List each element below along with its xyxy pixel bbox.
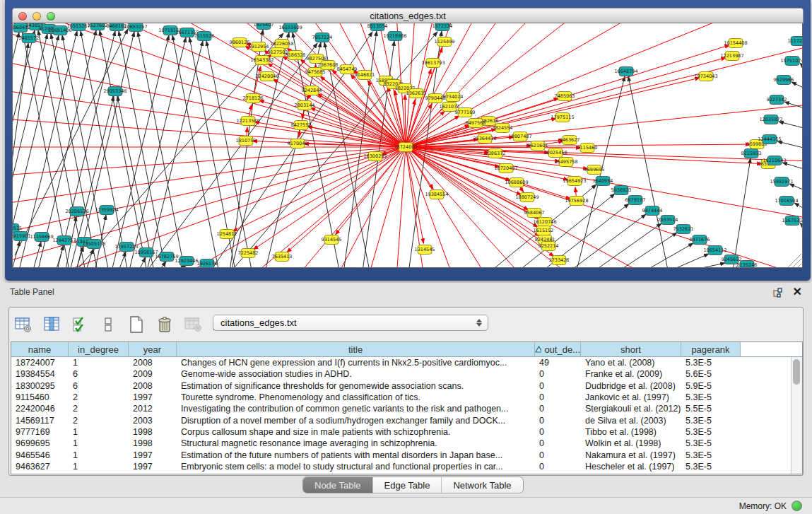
network-node[interactable]: 12213589 <box>236 117 259 126</box>
network-node[interactable]: 9115460 <box>577 144 598 153</box>
memory-status-icon[interactable] <box>792 501 802 511</box>
network-node[interactable]: 15751074 <box>780 57 803 66</box>
network-node[interactable]: 25364436 <box>473 134 496 144</box>
network-node[interactable]: 4170046 <box>288 139 308 148</box>
network-node[interactable]: 9314545 <box>322 235 342 245</box>
new-column-icon[interactable] <box>126 315 146 334</box>
network-node[interactable]: 12213987 <box>720 52 743 61</box>
network-node[interactable]: 18807249 <box>515 193 539 202</box>
network-node[interactable]: 1254812 <box>217 230 237 239</box>
column-header-in_degree[interactable]: in_degree <box>69 342 129 357</box>
network-node[interactable]: 1527602 <box>88 23 108 30</box>
network-node[interactable]: 9860126 <box>230 38 250 47</box>
network-node[interactable]: 12035872 <box>759 115 782 124</box>
network-node[interactable]: 19218986 <box>383 32 406 41</box>
network-canvas[interactable]: 1872400798601265912954182260589127503165… <box>12 23 803 268</box>
network-node[interactable]: 17359924 <box>95 206 118 215</box>
network-node[interactable]: 7225482 <box>238 249 259 258</box>
network-node[interactable]: 19734043 <box>694 72 717 81</box>
network-node[interactable]: 10807487 <box>508 132 531 141</box>
table-scrollbar[interactable] <box>791 357 802 474</box>
table-row[interactable]: 1456911722003Disruption of a novel membe… <box>11 414 802 426</box>
network-node[interactable]: 12923446 <box>175 257 198 266</box>
table-scrollbar-thumb[interactable] <box>793 359 800 385</box>
table-selector-dropdown[interactable]: citations_edges.txt <box>213 315 488 331</box>
column-header-title[interactable]: title <box>177 342 535 357</box>
network-node[interactable]: 10654112 <box>703 246 726 255</box>
network-node[interactable]: 5912954 <box>249 42 269 52</box>
network-node[interactable]: 1926176 <box>197 259 218 269</box>
network-node[interactable]: 5938923 <box>611 186 632 195</box>
network-node[interactable]: 15992971 <box>770 177 793 187</box>
network-node[interactable]: 8135246 <box>737 261 758 269</box>
network-node[interactable]: 8186328 <box>286 51 306 60</box>
network-node[interactable]: 16648794 <box>614 67 637 76</box>
network-node[interactable]: 1117254 <box>788 37 803 46</box>
network-node[interactable]: 9463627 <box>560 136 580 145</box>
network-node[interactable]: 20206576 <box>65 207 88 216</box>
network-node[interactable]: 7532621 <box>673 225 694 234</box>
network-node[interactable]: 9474444 <box>642 206 663 216</box>
network-node[interactable]: 11156869 <box>30 233 53 242</box>
network-node[interactable]: 9475685 <box>305 68 326 77</box>
column-header-short[interactable]: short <box>581 342 681 357</box>
delete-column-icon[interactable] <box>155 315 175 334</box>
network-node[interactable]: 9734024 <box>443 93 464 102</box>
network-node[interactable]: 19654923 <box>563 177 586 186</box>
close-panel-icon[interactable]: ✕ <box>793 285 802 298</box>
network-node[interactable]: 8471676 <box>690 235 710 245</box>
table-row[interactable]: 946554611997Estimation of the future num… <box>11 449 802 460</box>
network-node[interactable]: 16543382 <box>250 56 273 65</box>
network-node[interactable]: 18226058 <box>270 40 293 49</box>
network-node[interactable]: 1125499 <box>435 37 455 47</box>
network-node[interactable]: 9242844 <box>302 86 322 95</box>
network-node[interactable]: 2933514 <box>658 216 678 225</box>
network-node[interactable]: 19384554 <box>425 190 448 199</box>
network-node[interactable]: 13505135 <box>82 240 105 249</box>
network-node[interactable]: 7857224 <box>312 33 333 42</box>
table-mode-icon[interactable] <box>13 315 33 334</box>
network-node[interactable]: 3824554 <box>493 124 513 133</box>
network-node[interactable]: 17016504 <box>775 197 798 206</box>
network-node[interactable]: 6497568 <box>466 119 486 128</box>
network-node[interactable]: 7515526 <box>194 32 215 41</box>
delete-table-icon[interactable] <box>183 315 203 334</box>
network-node[interactable]: 10025458 <box>543 148 567 158</box>
tab-edge-table[interactable]: Edge Table <box>373 477 442 493</box>
network-node[interactable]: 18720407 <box>494 164 517 173</box>
network-node[interactable]: 16033809 <box>278 23 302 33</box>
network-node[interactable]: 9227342 <box>767 95 787 105</box>
network-node[interactable]: 1640954 <box>593 177 613 186</box>
table-row[interactable]: 911546021997Tourette syndrome. Phenomeno… <box>11 392 802 403</box>
network-node[interactable]: 9777169 <box>455 108 476 117</box>
network-node[interactable]: 18300295 <box>363 152 387 161</box>
network-node[interactable]: 19613793 <box>421 59 445 68</box>
network-window-titlebar[interactable]: citations_edges.txt <box>12 8 804 24</box>
network-node[interactable]: 9699695 <box>584 165 605 175</box>
column-visibility-icon[interactable] <box>42 315 61 334</box>
network-node[interactable]: 6679197 <box>625 196 646 205</box>
network-node[interactable]: 1572324 <box>433 23 453 31</box>
network-node[interactable]: 2718126 <box>243 94 264 103</box>
table-row[interactable]: 946362711997Embryonic stem cells: a mode… <box>11 461 802 472</box>
network-node[interactable]: 1733426 <box>549 256 570 265</box>
row-select-icon[interactable] <box>70 315 90 334</box>
table-row[interactable]: 1938455462009Genome-wide association stu… <box>11 368 802 380</box>
network-node[interactable]: 3915901 <box>13 232 30 241</box>
network-node[interactable]: 7485063 <box>555 92 575 101</box>
network-node[interactable]: 1362615 <box>406 89 427 98</box>
network-node[interactable]: 9146821 <box>355 71 375 80</box>
table-row[interactable]: 977716911998Corpus callosum shape and si… <box>11 426 802 438</box>
network-node[interactable]: 9252214 <box>539 242 559 251</box>
network-node[interactable]: 1167531 <box>782 216 803 226</box>
network-node[interactable]: 9584067 <box>524 209 545 218</box>
column-header-year[interactable]: year <box>129 342 177 357</box>
network-node[interactable]: 7386372 <box>486 149 506 158</box>
network-node[interactable]: 1314545 <box>415 245 435 255</box>
column-header-pagerank[interactable]: pagerank <box>681 342 741 357</box>
table-row[interactable]: 969969511998Structural magnetic resonanc… <box>11 438 802 449</box>
table-row[interactable]: 2242004622012Investigating the contribut… <box>11 403 802 414</box>
network-node[interactable]: 12942757 <box>52 236 76 245</box>
network-node[interactable]: 1925407 <box>254 23 274 30</box>
network-node[interactable]: 1615152 <box>534 226 554 235</box>
